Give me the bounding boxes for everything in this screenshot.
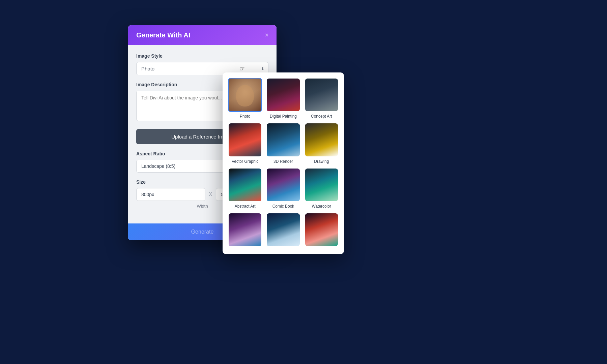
style-thumb-drawing xyxy=(305,123,339,157)
digital-portrait xyxy=(267,79,299,111)
style-thumb-comic xyxy=(266,168,300,202)
style-picker-dropdown: Photo Digital Painting Concept Art Vecto… xyxy=(223,72,344,254)
style-item-watercolor[interactable]: Watercolor xyxy=(305,168,339,209)
style-item-vector[interactable]: Vector Graphic xyxy=(228,123,262,163)
style-thumb-anime3 xyxy=(305,213,339,247)
style-item-abstract[interactable]: Abstract Art xyxy=(228,168,262,209)
close-button[interactable]: × xyxy=(265,32,268,39)
size-divider: X xyxy=(209,191,212,198)
anime3-portrait xyxy=(305,213,338,246)
style-name-watercolor: Watercolor xyxy=(312,204,331,209)
style-thumb-anime1 xyxy=(228,213,262,247)
style-name-digital: Digital Painting xyxy=(270,114,297,119)
render3d-portrait xyxy=(267,123,299,156)
image-style-label: Image Style xyxy=(136,53,268,59)
style-name-drawing: Drawing xyxy=(314,159,329,164)
modal-header: Generate With AI × xyxy=(128,25,277,45)
style-name-comic: Comic Book xyxy=(272,204,294,209)
style-item-drawing[interactable]: Drawing xyxy=(305,123,339,163)
style-thumb-vector xyxy=(228,123,262,157)
style-thumb-watercolor xyxy=(305,168,339,202)
style-item-concept[interactable]: Concept Art xyxy=(305,78,339,119)
concept-portrait xyxy=(305,79,338,111)
watercolor-portrait xyxy=(305,169,338,201)
anime1-portrait xyxy=(229,213,261,246)
style-thumb-digital xyxy=(266,78,300,112)
style-item-photo[interactable]: Photo xyxy=(228,78,262,119)
style-thumb-abstract xyxy=(228,168,262,202)
style-name-vector: Vector Graphic xyxy=(232,159,258,164)
style-name-abstract: Abstract Art xyxy=(235,204,256,209)
face-overlay-photo xyxy=(229,79,261,111)
face-oval-photo xyxy=(236,85,254,106)
style-grid: Photo Digital Painting Concept Art Vecto… xyxy=(228,78,339,249)
style-thumb-3drender xyxy=(266,123,300,157)
style-thumb-photo xyxy=(228,78,262,112)
style-item-comic[interactable]: Comic Book xyxy=(266,168,300,209)
style-name-concept: Concept Art xyxy=(311,114,332,119)
comic-portrait xyxy=(267,169,299,201)
style-item-anime3[interactable] xyxy=(305,213,339,249)
photo-portrait xyxy=(229,79,261,111)
width-input[interactable] xyxy=(136,188,205,201)
style-item-digital[interactable]: Digital Painting xyxy=(266,78,300,119)
abstract-portrait xyxy=(229,169,261,201)
vector-portrait xyxy=(229,123,261,156)
style-name-photo: Photo xyxy=(240,114,250,119)
style-thumb-concept xyxy=(305,78,339,112)
style-item-anime2[interactable] xyxy=(266,213,300,249)
style-name-3drender: 3D Render xyxy=(273,159,293,164)
anime2-portrait xyxy=(267,213,299,246)
style-item-anime1[interactable] xyxy=(228,213,262,249)
modal-title: Generate With AI xyxy=(136,31,190,39)
style-item-3drender[interactable]: 3D Render xyxy=(266,123,300,163)
drawing-portrait xyxy=(305,123,338,156)
style-thumb-anime2 xyxy=(266,213,300,247)
width-sublabel: Width xyxy=(197,204,208,209)
